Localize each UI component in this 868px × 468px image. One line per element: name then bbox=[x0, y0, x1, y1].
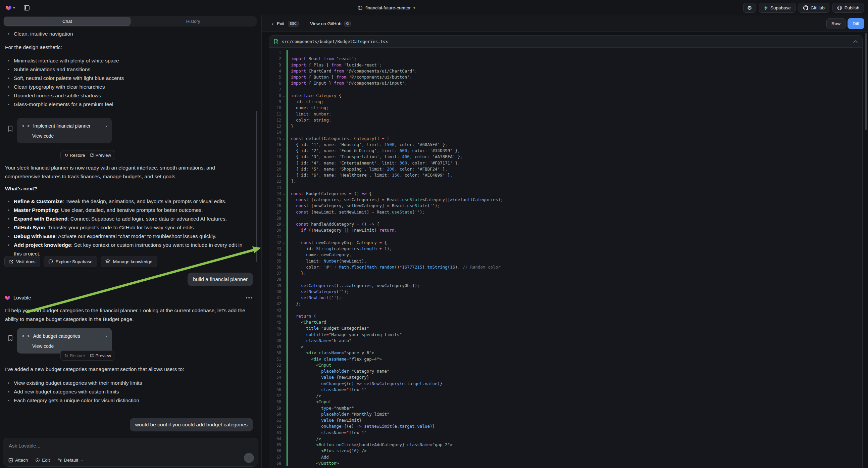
chat-scrollbar-thumb[interactable] bbox=[256, 111, 257, 262]
user-message-bubble: would be cool if you could add budget ca… bbox=[130, 418, 253, 431]
fold-gutter bbox=[281, 166, 286, 172]
line-number: 68 bbox=[269, 460, 281, 466]
code-line: 39 setCategories([...categories, newCate… bbox=[269, 283, 862, 289]
version-card-implement-financial-planner[interactable]: < > Implement financial planner › View c… bbox=[17, 118, 112, 143]
line-number: 38 bbox=[269, 276, 281, 282]
line-number: 12 bbox=[269, 117, 281, 123]
view-code-link[interactable]: View code bbox=[32, 344, 107, 349]
github-button[interactable]: GitHub bbox=[799, 3, 829, 13]
manage-knowledge-button[interactable]: Manage knowledge bbox=[101, 256, 157, 267]
line-number: 62 bbox=[269, 423, 281, 429]
fold-gutter bbox=[281, 62, 286, 68]
chevron-down-icon: ▾ bbox=[13, 6, 15, 10]
toggle-sidebar-button[interactable] bbox=[22, 3, 32, 13]
lovable-app: ▾ financial-future-creator ▾ ⚙ bbox=[0, 0, 868, 468]
code-line: 50 <div className="space-y-6"> bbox=[269, 350, 862, 356]
settings-button[interactable]: ⚙ bbox=[743, 3, 756, 13]
edit-mode-button[interactable]: Edit bbox=[35, 458, 50, 463]
fold-gutter bbox=[281, 436, 286, 442]
code-line: 4import ChartCard from '@/components/ui/… bbox=[269, 68, 862, 74]
line-number: 55 bbox=[269, 381, 281, 387]
code-scrollbar-thumb[interactable] bbox=[865, 33, 867, 130]
supabase-bolt-icon bbox=[764, 5, 768, 10]
restore-button[interactable]: ↻ Restore bbox=[64, 153, 85, 158]
fold-gutter bbox=[281, 234, 286, 240]
exit-button[interactable]: Exit bbox=[277, 21, 284, 26]
help-paragraph: I'll help you add budget categories to t… bbox=[5, 306, 259, 324]
line-number: 9 bbox=[269, 99, 281, 105]
fold-gutter bbox=[281, 172, 286, 178]
code-line: 45 <ChartCard bbox=[269, 319, 862, 325]
fold-gutter bbox=[281, 111, 286, 117]
code-line: 57 /> bbox=[269, 393, 862, 399]
fold-chevron-icon[interactable]: ⌄ bbox=[281, 240, 286, 246]
file-header[interactable]: src/components/budget/BudgetCategories.t… bbox=[269, 36, 862, 48]
restore-button[interactable]: ↻ Restore bbox=[64, 353, 85, 358]
publish-button[interactable]: Publish bbox=[832, 3, 864, 13]
line-number: 42 bbox=[269, 301, 281, 307]
collapse-file-button[interactable] bbox=[853, 40, 858, 43]
code-icon: < > bbox=[22, 123, 30, 128]
lovable-logo-menu[interactable]: ▾ bbox=[5, 5, 15, 11]
line-number: 7 bbox=[269, 87, 281, 93]
panel-left-icon bbox=[24, 5, 30, 11]
send-button[interactable]: ↑ bbox=[244, 453, 254, 463]
bookmark-icon[interactable] bbox=[8, 125, 13, 132]
chat-input[interactable]: Ask Lovable... bbox=[9, 443, 40, 448]
version-card-add-budget-categories[interactable]: < > Add budget categories › View code bbox=[17, 328, 112, 353]
whats-next-heading: What's next? bbox=[5, 186, 37, 192]
ready-paragraph: Your sleek financial planner is now read… bbox=[5, 164, 240, 181]
fold-chevron-icon[interactable]: ⌄ bbox=[281, 93, 286, 99]
bullet-item: View existing budget categories with the… bbox=[5, 379, 253, 387]
fold-gutter bbox=[281, 417, 286, 423]
fold-chevron-icon[interactable]: ⌄ bbox=[281, 191, 286, 197]
preview-button[interactable]: Preview bbox=[90, 353, 111, 358]
topbar: ▾ financial-future-creator ▾ ⚙ bbox=[0, 0, 868, 16]
fold-gutter bbox=[281, 460, 286, 466]
model-selector[interactable]: Default ⌄ bbox=[57, 458, 84, 463]
code-line: 54 value={newCategory} bbox=[269, 374, 862, 380]
project-name: financial-future-creator bbox=[365, 5, 411, 10]
line-number: 66 bbox=[269, 448, 281, 454]
bullet-item: Each category gets a unique color for vi… bbox=[5, 396, 253, 405]
attach-button[interactable]: Attach bbox=[8, 458, 28, 463]
fold-gutter bbox=[281, 74, 286, 80]
line-number: 8 bbox=[269, 93, 281, 99]
view-on-github-link[interactable]: View on GitHub G bbox=[310, 21, 351, 27]
view-code-link[interactable]: View code bbox=[32, 133, 107, 139]
restore-icon: ↻ bbox=[64, 153, 68, 158]
fold-chevron-icon[interactable]: ⌄ bbox=[281, 221, 286, 227]
supabase-button[interactable]: Supabase bbox=[759, 3, 796, 13]
fold-chevron-icon[interactable]: ⌄ bbox=[281, 136, 286, 142]
explore-supabase-button[interactable]: Explore Supabase bbox=[43, 256, 97, 267]
line-number: 36 bbox=[269, 264, 281, 270]
restore-icon: ↻ bbox=[64, 353, 68, 358]
line-number: 65 bbox=[269, 442, 281, 448]
preview-button[interactable]: Preview bbox=[90, 153, 111, 158]
diff-toggle-button[interactable]: Diff bbox=[847, 18, 864, 29]
fold-gutter bbox=[281, 338, 286, 344]
code-line: 44 return ( bbox=[269, 313, 862, 319]
bullet-item: Clean, intuitive navigation bbox=[14, 30, 73, 38]
fold-gutter bbox=[281, 227, 286, 233]
code-line: 61 value={newLimit} bbox=[269, 417, 862, 423]
code-line: 64 /> bbox=[269, 436, 862, 442]
back-chevron-icon[interactable]: ‹ bbox=[272, 21, 274, 27]
code-line: 58 <Input bbox=[269, 399, 862, 405]
line-number: 27 bbox=[269, 209, 281, 215]
line-number: 49 bbox=[269, 344, 281, 350]
bookmark-icon[interactable] bbox=[8, 335, 13, 342]
project-switcher[interactable]: financial-future-creator ▾ bbox=[358, 0, 415, 16]
visit-docs-button[interactable]: Visit docs bbox=[4, 256, 40, 267]
code-line: 10 name: string; bbox=[269, 105, 862, 111]
line-number: 34 bbox=[269, 252, 281, 258]
assistant-name: Lovable bbox=[13, 295, 31, 300]
code-line: 13} bbox=[269, 123, 862, 129]
line-number: 64 bbox=[269, 436, 281, 442]
raw-toggle-button[interactable]: Raw bbox=[827, 18, 845, 29]
code-view-header: ‹ Exit ESC View on GitHub G Raw Diff bbox=[262, 16, 868, 32]
message-menu-button[interactable]: ••• bbox=[246, 295, 253, 300]
composer: Ask Lovable... Attach Edit Default ⌄ bbox=[3, 438, 258, 467]
bullet-item: Expand with Backend: Connect Supabase to… bbox=[5, 214, 251, 223]
fold-gutter bbox=[281, 87, 286, 93]
